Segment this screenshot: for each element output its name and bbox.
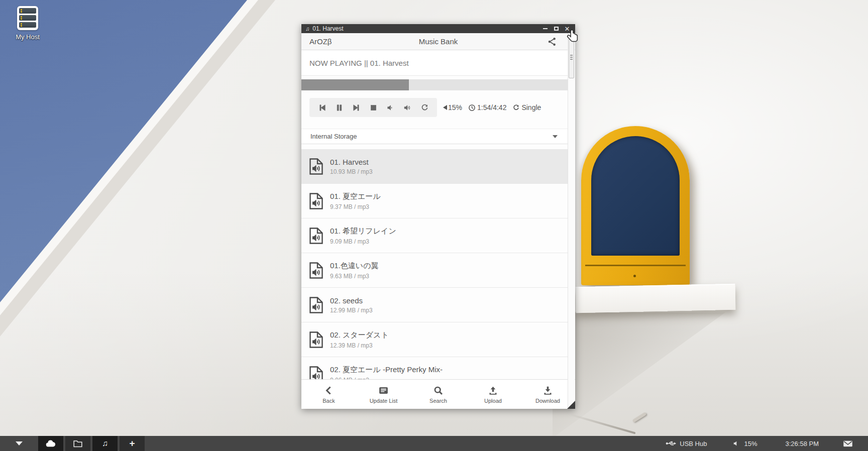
audio-file-icon [309,193,323,209]
track-row[interactable]: 01.色違いの翼9.63 MB / mp3 [301,253,568,288]
upload-button[interactable]: Upload [466,380,520,409]
audio-file-icon [309,366,323,380]
player-button-group [309,98,437,117]
clock-label: 3:26:58 PM [786,440,819,447]
track-meta: 10.93 MB / mp3 [330,168,373,175]
track-title: 01. Harvest [330,158,373,166]
yellow-arched-window [581,126,690,285]
mail-icon [843,440,853,447]
audio-file-icon [309,262,323,279]
desktop-icon-label: My Host [7,33,48,41]
search-button[interactable]: Search [411,380,466,409]
taskbar-item-cloud[interactable] [38,436,63,451]
track-meta: 9.37 MB / mp3 [330,203,381,210]
usb-hub-label: USB Hub [680,440,707,447]
track-meta: 12.39 MB / mp3 [330,342,389,349]
window-sill-line [585,265,686,266]
track-list: 01. Harvest10.93 MB / mp3 01. 夏空エール9.37 … [301,149,568,379]
scrollbar-thumb[interactable] [569,35,574,78]
download-icon [542,385,553,396]
track-title: 02. 夏空エール -Pretty Perky Mix- [330,365,443,375]
app-toolbar: Back Update List Search Upload Download [301,379,575,409]
playback-progress-bar[interactable] [301,79,568,90]
speaker-icon [733,440,740,447]
volume-down-icon[interactable] [382,100,399,115]
track-title: 01.色違いの翼 [330,261,379,271]
window-scrollbar[interactable] [568,33,575,408]
app-header: ArOZβ Music Bank [301,33,575,50]
window-sill-dot [633,275,636,277]
stone-ledge [575,284,735,313]
skip-next-button[interactable] [348,100,365,115]
track-row[interactable]: 01. 夏空エール9.37 MB / mp3 [301,184,568,218]
app-title: Music Bank [301,37,575,46]
taskbar-tray: USB Hub 15% 3:26:58 PM [666,439,868,447]
play-mode-toggle[interactable]: Single [512,103,541,111]
window-resize-handle[interactable] [567,401,575,409]
music-note-icon: ♫ [102,439,108,448]
track-row[interactable]: 01. Harvest10.93 MB / mp3 [301,149,568,184]
taskbar-item-add[interactable]: + [120,436,145,451]
mail-tray-item[interactable] [843,440,853,447]
track-meta: 9.09 MB / mp3 [330,238,396,245]
track-meta: 12.99 MB / mp3 [330,307,373,314]
back-chevron-icon [323,385,334,396]
storage-select[interactable]: Internal Storage [301,129,568,144]
upload-icon [488,385,498,396]
window-titlebar[interactable]: ♫ 01. Harvest ✕ [301,24,575,33]
progress-fill [301,79,409,90]
back-button[interactable]: Back [301,380,356,409]
clock-icon [468,104,476,111]
share-icon[interactable] [547,37,557,47]
volume-tray-item[interactable]: 15% [733,440,757,447]
volume-status: 15% [443,103,462,111]
track-row[interactable]: 02. seeds12.99 MB / mp3 [301,288,568,322]
track-row[interactable]: 02. 夏空エール -Pretty Perky Mix-9.06 MB / mp… [301,357,568,379]
repeat-mode-icon [512,104,520,111]
update-list-button[interactable]: Update List [356,380,411,409]
storage-select-value: Internal Storage [310,133,357,140]
chevron-down-icon [16,441,23,445]
skip-previous-button[interactable] [313,100,331,115]
list-icon [378,385,389,396]
chevron-down-icon [553,135,558,138]
audio-file-icon [309,228,323,244]
track-title: 02. seeds [330,296,373,305]
now-playing-banner: NOW PLAYING || 01. Harvest [301,50,568,76]
close-button[interactable]: ✕ [563,25,571,32]
server-drive-icon [17,6,38,30]
clock-tray-item[interactable]: 3:26:58 PM [786,440,819,447]
time-status: 1:54/4:42 [468,103,506,111]
music-bank-window: ♫ 01. Harvest ✕ ArOZβ Music Bank NOW PLA… [301,24,575,409]
player-controls: 15% 1:54/4:42 Single [309,97,565,118]
audio-file-icon [309,297,323,313]
track-row[interactable]: 02. スターダスト12.39 MB / mp3 [301,322,568,357]
window-title: 01. Harvest [312,25,538,32]
desktop-icon-my-host[interactable]: My Host [7,6,48,41]
cloud-icon [45,439,56,448]
volume-icon [443,105,447,110]
stop-button[interactable] [365,100,382,115]
search-icon [433,385,444,396]
folder-icon [72,439,83,448]
window-glass [591,136,680,256]
music-note-icon: ♫ [305,26,309,32]
track-row[interactable]: 01. 希望リフレイン9.09 MB / mp3 [301,218,568,253]
track-title: 01. 夏空エール [330,192,381,201]
taskbar-item-music[interactable]: ♫ [92,436,118,451]
usb-hub-tray-item[interactable]: USB Hub [666,439,707,447]
audio-file-icon [309,331,323,348]
track-meta: 9.63 MB / mp3 [330,273,379,280]
pause-button[interactable] [331,100,348,115]
maximize-button[interactable] [552,25,560,32]
taskbar-item-files[interactable] [65,436,90,451]
volume-up-icon[interactable] [399,100,416,115]
usb-icon [666,439,677,447]
repeat-button[interactable] [416,100,433,115]
volume-percent-label: 15% [744,440,757,447]
track-title: 02. スターダスト [330,330,389,340]
minimize-button[interactable] [541,25,549,32]
track-title: 01. 希望リフレイン [330,227,396,236]
taskbar: ♫ + USB Hub 15% 3:26:58 PM [0,436,868,451]
taskbar-expand-button[interactable] [0,436,38,451]
